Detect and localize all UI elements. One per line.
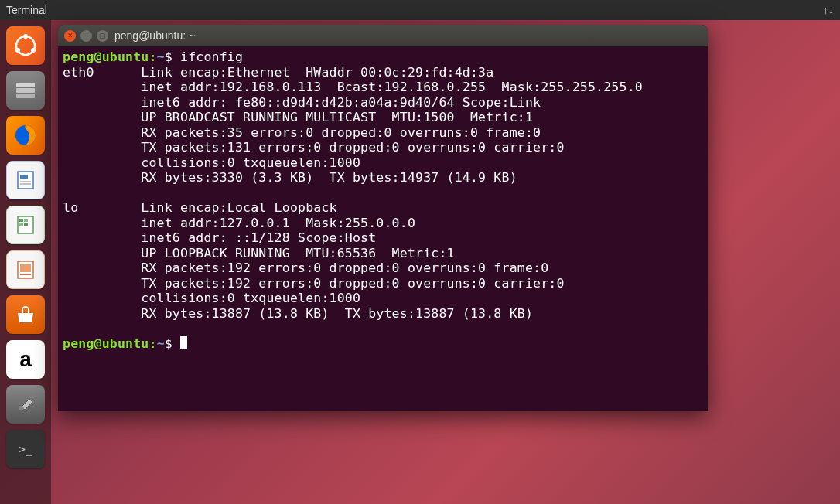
window-titlebar[interactable]: ✕ – ▢ peng@ubuntu: ~	[58, 25, 708, 46]
output-line: TX packets:192 errors:0 dropped:0 overru…	[63, 276, 565, 291]
prompt-colon: :	[149, 336, 156, 351]
amazon-icon[interactable]: a	[6, 340, 45, 379]
svg-rect-16	[24, 223, 28, 226]
prompt-user: peng@ubuntu	[63, 49, 149, 64]
svg-rect-13	[19, 219, 23, 222]
output-line: inet addr:127.0.0.1 Mask:255.0.0.0	[63, 216, 415, 230]
svg-point-1	[23, 34, 28, 39]
command-text: ifconfig	[180, 49, 243, 64]
svg-rect-8	[18, 172, 33, 189]
prompt-path: ~	[157, 49, 165, 64]
output-line: lo Link encap:Local Loopback	[63, 200, 337, 215]
svg-rect-9	[20, 175, 28, 179]
output-line: inet6 addr: ::1/128 Scope:Host	[63, 230, 376, 245]
terminal-cursor	[180, 336, 187, 349]
output-line: RX packets:35 errors:0 dropped:0 overrun…	[63, 125, 541, 140]
libreoffice-calc-icon[interactable]	[6, 206, 45, 244]
prompt-colon: :	[149, 49, 156, 64]
ubuntu-software-icon[interactable]	[6, 295, 45, 334]
firefox-icon[interactable]	[6, 116, 45, 155]
terminal-content[interactable]: peng@ubuntu:~$ ifconfig eth0 Link encap:…	[58, 46, 708, 354]
svg-point-20	[19, 406, 24, 410]
window-maximize-button[interactable]: ▢	[97, 30, 108, 42]
output-line: UP LOOPBACK RUNNING MTU:65536 Metric:1	[63, 246, 455, 261]
window-minimize-button[interactable]: –	[80, 30, 92, 42]
svg-rect-5	[16, 88, 35, 93]
menubar-app-title: Terminal	[6, 4, 47, 16]
prompt-dollar: $	[165, 336, 172, 351]
svg-rect-6	[16, 94, 35, 98]
svg-rect-4	[16, 83, 35, 87]
window-title: peng@ubuntu: ~	[114, 29, 195, 42]
libreoffice-writer-icon[interactable]	[6, 161, 45, 199]
output-line: inet addr:192.168.0.113 Bcast:192.168.0.…	[63, 80, 643, 94]
window-controls: ✕ – ▢	[64, 30, 108, 42]
output-line: collisions:0 txqueuelen:1000	[63, 155, 360, 170]
prompt-dollar: $	[165, 49, 172, 64]
output-line: RX bytes:3330 (3.3 KB) TX bytes:14937 (1…	[63, 170, 517, 185]
libreoffice-impress-icon[interactable]	[6, 250, 45, 289]
output-line: eth0 Link encap:Ethernet HWaddr 00:0c:29…	[63, 65, 493, 80]
svg-rect-18	[20, 264, 31, 272]
window-close-button[interactable]: ✕	[64, 30, 76, 42]
output-line: inet6 addr: fe80::d9d4:d42b:a04a:9d40/64…	[63, 95, 541, 110]
terminal-launcher-icon[interactable]: >_	[6, 430, 45, 468]
menubar-indicators: ↑↓	[823, 4, 834, 16]
top-menubar: Terminal ↑↓	[0, 0, 840, 20]
prompt-path: ~	[157, 336, 165, 351]
svg-rect-19	[20, 274, 31, 275]
system-settings-icon[interactable]	[6, 385, 45, 424]
prompt-user: peng@ubuntu	[63, 336, 149, 351]
output-line: RX packets:192 errors:0 dropped:0 overru…	[63, 261, 548, 275]
svg-point-3	[15, 48, 20, 53]
output-line: collisions:0 txqueuelen:1000	[63, 291, 360, 305]
svg-rect-14	[24, 219, 28, 222]
svg-point-2	[31, 48, 36, 53]
svg-rect-15	[19, 223, 23, 226]
output-line: UP BROADCAST RUNNING MULTICAST MTU:1500 …	[63, 110, 533, 124]
files-icon[interactable]	[6, 71, 45, 110]
ubuntu-dash-icon[interactable]	[6, 26, 45, 65]
unity-launcher: a >_	[0, 20, 51, 504]
network-indicator-icon[interactable]: ↑↓	[823, 4, 834, 16]
terminal-window: ✕ – ▢ peng@ubuntu: ~ peng@ubuntu:~$ ifco…	[58, 25, 708, 411]
output-line: TX packets:131 errors:0 dropped:0 overru…	[63, 140, 565, 155]
output-line: RX bytes:13887 (13.8 KB) TX bytes:13887 …	[63, 306, 533, 321]
